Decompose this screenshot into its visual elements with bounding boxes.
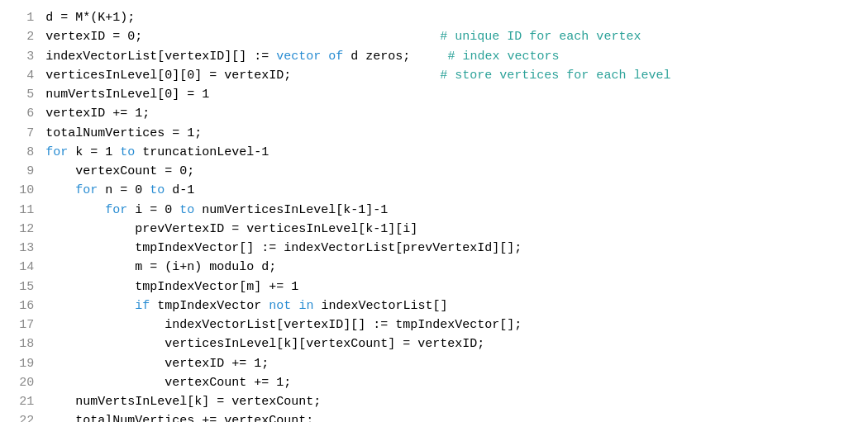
line-number: 21 [0, 392, 45, 411]
line-code: for k = 1 to truncationLevel-1 [45, 143, 868, 162]
line-number: 1 [0, 8, 45, 27]
line-code: vertexID += 1; [45, 354, 868, 373]
line-number: 5 [0, 85, 45, 104]
line-code: numVertsInLevel[0] = 1 [45, 85, 868, 104]
line-code: tmpIndexVector[m] += 1 [45, 277, 868, 296]
line-7: 7 totalNumVertices = 1; [0, 124, 868, 143]
line-17: 17 indexVectorList[vertexID][] := tmpInd… [0, 315, 868, 334]
line-number: 22 [0, 411, 45, 422]
line-21: 21 numVertsInLevel[k] = vertexCount; [0, 392, 868, 411]
line-6: 6 vertexID += 1; [0, 104, 868, 123]
line-11: 11 for i = 0 to numVerticesInLevel[k-1]-… [0, 201, 868, 220]
line-5: 5 numVertsInLevel[0] = 1 [0, 85, 868, 104]
line-10: 10 for n = 0 to d-1 [0, 181, 868, 200]
line-18: 18 verticesInLevel[k][vertexCount] = ver… [0, 334, 868, 353]
line-code: indexVectorList[vertexID][] := vector of… [45, 47, 868, 66]
line-number: 13 [0, 239, 45, 258]
line-code: verticesInLevel[0][0] = vertexID; # stor… [45, 66, 868, 85]
line-code: totalNumVertices = 1; [45, 124, 868, 143]
line-code: vertexCount += 1; [45, 373, 868, 392]
line-15: 15 tmpIndexVector[m] += 1 [0, 277, 868, 296]
line-code: m = (i+n) modulo d; [45, 258, 868, 277]
line-number: 4 [0, 66, 45, 85]
line-9: 9 vertexCount = 0; [0, 162, 868, 181]
line-number: 9 [0, 162, 45, 181]
line-code: for i = 0 to numVerticesInLevel[k-1]-1 [45, 201, 868, 220]
line-number: 3 [0, 47, 45, 66]
line-number: 8 [0, 143, 45, 162]
line-code: vertexID = 0; # unique ID for each verte… [45, 27, 868, 46]
line-code: indexVectorList[vertexID][] := tmpIndexV… [45, 315, 868, 334]
line-12: 12 prevVertexID = verticesInLevel[k-1][i… [0, 220, 868, 239]
line-number: 14 [0, 258, 45, 277]
line-number: 12 [0, 220, 45, 239]
line-1: 1 d = M*(K+1); [0, 8, 868, 27]
line-code: vertexCount = 0; [45, 162, 868, 181]
line-number: 7 [0, 124, 45, 143]
line-8: 8 for k = 1 to truncationLevel-1 [0, 143, 868, 162]
line-20: 20 vertexCount += 1; [0, 373, 868, 392]
line-2: 2 vertexID = 0; # unique ID for each ver… [0, 27, 868, 46]
line-number: 10 [0, 181, 45, 200]
line-number: 16 [0, 296, 45, 315]
line-number: 2 [0, 27, 45, 46]
line-13: 13 tmpIndexVector[] := indexVectorList[p… [0, 239, 868, 258]
line-code: tmpIndexVector[] := indexVectorList[prev… [45, 239, 868, 258]
line-code: d = M*(K+1); [45, 8, 868, 27]
line-code: verticesInLevel[k][vertexCount] = vertex… [45, 334, 868, 353]
line-number: 19 [0, 354, 45, 373]
line-code: if tmpIndexVector not in indexVectorList… [45, 296, 868, 315]
line-code: totalNumVertices += vertexCount; [45, 411, 868, 422]
line-number: 11 [0, 201, 45, 220]
line-14: 14 m = (i+n) modulo d; [0, 258, 868, 277]
code-block: 1 d = M*(K+1); 2 vertexID = 0; # unique … [0, 8, 868, 422]
line-code: vertexID += 1; [45, 104, 868, 123]
line-number: 17 [0, 315, 45, 334]
line-3: 3 indexVectorList[vertexID][] := vector … [0, 47, 868, 66]
line-22: 22 totalNumVertices += vertexCount; [0, 411, 868, 422]
line-code: prevVertexID = verticesInLevel[k-1][i] [45, 220, 868, 239]
line-code: for n = 0 to d-1 [45, 181, 868, 200]
line-number: 18 [0, 334, 45, 353]
line-code: numVertsInLevel[k] = vertexCount; [45, 392, 868, 411]
line-4: 4 verticesInLevel[0][0] = vertexID; # st… [0, 66, 868, 85]
line-16: 16 if tmpIndexVector not in indexVectorL… [0, 296, 868, 315]
line-number: 15 [0, 277, 45, 296]
line-number: 6 [0, 104, 45, 123]
line-19: 19 vertexID += 1; [0, 354, 868, 373]
line-number: 20 [0, 373, 45, 392]
